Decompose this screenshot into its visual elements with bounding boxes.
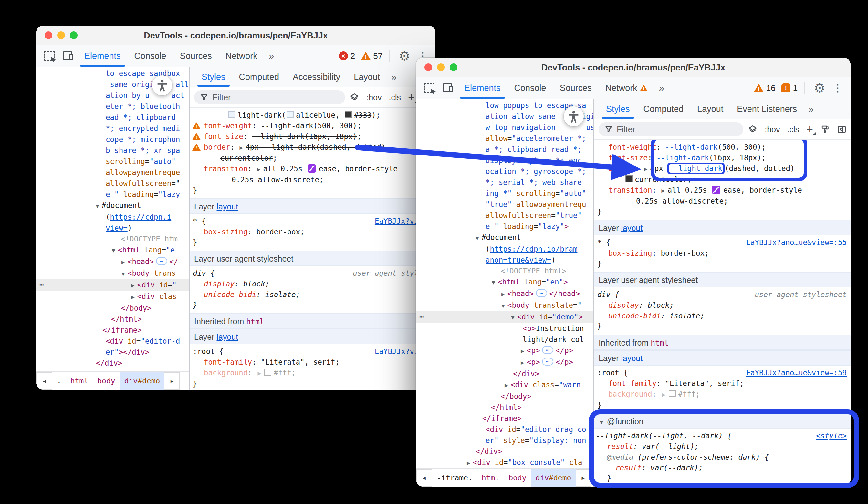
dom-tree-line[interactable]: "true" allowpaymentrequ [416, 199, 593, 210]
dom-tree-line[interactable]: </iframe> [416, 413, 593, 424]
css-line[interactable]: user agent stylesheetdiv { [594, 289, 850, 300]
dom-tree-line[interactable]: ocation *; gyroscope *; [416, 166, 593, 177]
dom-tree-line[interactable]: ▶<head>⋯</head> [416, 288, 593, 300]
dom-tree-line[interactable]: ▼<body trans [36, 268, 189, 279]
dom-tree-line[interactable]: ead *; clipboard- [36, 112, 189, 123]
error-badge[interactable]: ✕2 [339, 51, 355, 61]
link[interactable]: layout [216, 202, 238, 211]
issue-badge[interactable]: !1 [782, 83, 798, 93]
dom-tree-line[interactable]: cope *; microphon [36, 134, 189, 145]
color-swatch-icon[interactable] [287, 111, 294, 118]
more-tabs-icon[interactable]: » [804, 99, 818, 119]
css-line[interactable]: @media (prefers-color-scheme: dark) { [594, 452, 850, 463]
dom-tree-line[interactable]: ▶<div clas [36, 291, 189, 303]
titlebar[interactable]: DevTools - codepen.io/bramus/pen/EaYBJJx [36, 26, 435, 45]
dom-tree-line[interactable]: (https://cdpn.io/bram [416, 243, 593, 254]
tab-network[interactable]: Network [219, 45, 264, 67]
css-line[interactable]: currentcolor; [190, 153, 435, 164]
bezier-swatch-icon[interactable] [712, 185, 720, 194]
inspect-element-icon[interactable] [420, 77, 439, 99]
link[interactable]: EaYBJJx?ano…ue&view=:55 [746, 238, 847, 247]
dom-tree-line[interactable]: (https://cdpn.i [36, 211, 189, 222]
dom-tree-line[interactable]: display-capture *; enc [416, 155, 593, 166]
css-line[interactable]: light-dark(aliceblue, #333); [190, 110, 435, 121]
dom-tree-line[interactable]: anon=true&view=) [416, 254, 593, 265]
css-line[interactable]: <style>--light-dark(--light, --dark) { [594, 431, 850, 441]
css-line[interactable]: font-size: --light-dark(16px, 18px); [594, 153, 850, 163]
toggle-class-button[interactable]: .cls [389, 93, 401, 102]
css-line[interactable]: } [594, 473, 850, 484]
tab-elements[interactable]: Elements [78, 45, 127, 67]
css-line[interactable]: font-family: "Literata", serif; [190, 357, 435, 367]
css-line[interactable]: unicode-bidi: isolate; [190, 289, 435, 300]
tab-sources[interactable]: Sources [553, 77, 599, 99]
css-line[interactable]: unicode-bidi: isolate; [594, 311, 850, 321]
tab-accessibility[interactable]: Accessibility [286, 67, 347, 87]
more-tabs-icon[interactable]: » [264, 45, 279, 67]
dom-tree-line[interactable]: <p>Instruction [416, 323, 593, 334]
breadcrumb-item[interactable]: html [66, 372, 93, 390]
dom-tree-line[interactable]: light/dark col [416, 334, 593, 345]
css-line[interactable]: EaYBJJx?ano…ue&view=:55* { [594, 237, 850, 248]
dom-tree-line[interactable]: ▼<html lang="en"> [416, 276, 593, 288]
css-line[interactable]: !font-size: --light-dark(16px, 18px); [190, 131, 435, 142]
dom-tree-line[interactable]: er"></div> [36, 346, 189, 357]
css-line[interactable]: } [190, 379, 435, 389]
dom-tree-line[interactable]: </div> [36, 357, 189, 369]
dom-tree-line[interactable]: <div id="editor-drag-co [416, 424, 593, 435]
toggle-class-button[interactable]: .cls [787, 125, 799, 134]
css-line[interactable]: transition: ▶all 0.25s ease, border-styl… [190, 164, 435, 174]
link[interactable]: <style> [816, 432, 847, 440]
dom-tree-line[interactable]: allowfullscreen="true" [416, 210, 593, 221]
tab-console[interactable]: Console [127, 45, 173, 67]
link[interactable]: layout [621, 354, 642, 363]
breadcrumb-back-icon[interactable]: ◂ [36, 372, 52, 390]
dom-tree-line[interactable]: ▼#document [416, 232, 593, 243]
tab-sources[interactable]: Sources [173, 45, 219, 67]
breadcrumb-item[interactable]: body [93, 372, 120, 390]
link[interactable]: layout [216, 332, 238, 341]
breadcrumb-item[interactable]: div#demo [531, 469, 576, 486]
tab-elements[interactable]: Elements [457, 77, 507, 99]
link[interactable]: https://cdpn.i [110, 213, 172, 221]
dom-tree-line[interactable]: ▶<p>⋯</p> [416, 356, 593, 368]
link[interactable]: EaYBJJx?ano…ue&view=:59 [746, 369, 847, 377]
dom-tree-line[interactable]: eter *; bluetooth [36, 101, 189, 112]
css-line[interactable]: box-sizing: border-box; [594, 248, 850, 259]
dom-tree-line[interactable]: ▼#document [36, 200, 189, 211]
breadcrumb-item[interactable]: div#demo [120, 372, 165, 390]
breadcrumb-item[interactable]: html [477, 469, 504, 486]
tab-computed[interactable]: Computed [232, 67, 286, 87]
dom-tree-line[interactable]: *; serial *; web-share [416, 177, 593, 188]
css-line[interactable]: border: ▶4px --light-dark(dashed, dotted… [594, 163, 850, 174]
dom-tree-line[interactable]: ▼<body translate=" [416, 300, 593, 311]
link[interactable]: https://cdpn.io/bram [490, 245, 578, 253]
css-line[interactable]: } [594, 484, 850, 486]
dom-tree-line[interactable]: ▼<html lang="e [36, 244, 189, 256]
device-toolbar-icon[interactable] [439, 77, 457, 99]
css-line[interactable]: } [594, 400, 850, 411]
dom-tree-line[interactable]: </html> [416, 402, 593, 413]
dom-tree-line[interactable]: </html> [36, 314, 189, 325]
dom-tree-line[interactable]: ▶<p>⋯</p> [416, 345, 593, 356]
more-tabs-icon[interactable]: » [387, 67, 401, 87]
dom-tree-line[interactable]: ▶<div id="box-conso [36, 369, 189, 372]
breadcrumb-forward-icon[interactable]: ▸ [576, 469, 591, 486]
settings-gear-icon[interactable]: ⚙ [810, 81, 829, 94]
tab-network[interactable]: Network! [599, 77, 654, 99]
cascade-layers-icon[interactable] [350, 92, 359, 102]
color-swatch-icon[interactable] [669, 390, 676, 397]
new-style-rule-button[interactable]: + [408, 92, 415, 102]
dom-tree-line[interactable]: <!DOCTYPE html> [416, 265, 593, 276]
new-style-rule-button[interactable]: + [806, 124, 813, 134]
breadcrumb-item[interactable]: -iframe. [432, 469, 477, 486]
breadcrumb-item[interactable]: . [52, 372, 66, 390]
dom-tree-line[interactable]: </div> [416, 446, 593, 457]
dom-tree-line[interactable]: e " loading="lazy [36, 189, 189, 200]
tab-layout[interactable]: Layout [347, 67, 387, 87]
bezier-swatch-icon[interactable] [308, 164, 316, 173]
color-swatch-icon[interactable] [264, 369, 271, 376]
tab-styles[interactable]: Styles [195, 67, 232, 87]
dom-tree-line[interactable]: er" style="display: non [416, 435, 593, 446]
dom-tree-line[interactable]: ▶<div class="warn [416, 379, 593, 391]
